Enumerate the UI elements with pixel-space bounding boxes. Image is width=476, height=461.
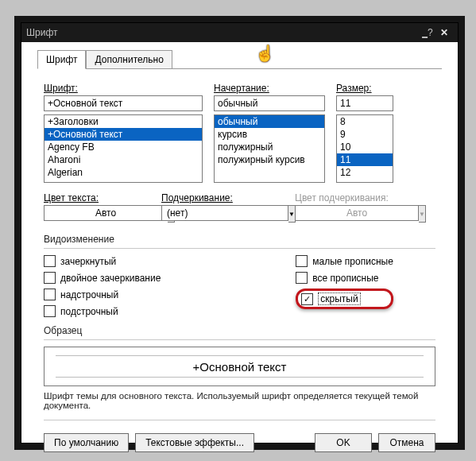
sample-text: +Основной текст <box>193 360 287 374</box>
checkbox-icon: ✓ <box>301 293 313 305</box>
ucolor-value <box>295 205 419 221</box>
underline-value[interactable] <box>161 205 288 221</box>
style-option[interactable]: полужирный <box>215 141 324 153</box>
font-input[interactable] <box>44 95 203 111</box>
size-option[interactable]: 12 <box>337 166 393 179</box>
font-option[interactable]: Algerian <box>45 166 202 179</box>
checkbox-icon <box>44 289 56 300</box>
divider <box>44 420 435 420</box>
guide-line <box>56 355 424 356</box>
font-option[interactable]: Aharoni <box>45 153 202 166</box>
ucolor-label: Цвет подчеркивания: <box>295 192 398 203</box>
size-input[interactable] <box>336 95 393 111</box>
divider <box>44 339 435 340</box>
checkbox-icon <box>296 255 308 267</box>
font-label: Шрифт: <box>44 83 203 94</box>
font-option[interactable]: Agency FB <box>45 141 202 153</box>
check-super[interactable]: надстрочный <box>44 289 161 300</box>
style-label: Начертание: <box>214 83 325 94</box>
default-button[interactable]: По умолчанию <box>44 433 129 452</box>
check-smallcaps[interactable]: малые прописные <box>296 255 393 267</box>
guide-line <box>56 377 424 378</box>
sample-group: Образец +Основной текст Шрифт темы для о… <box>44 325 435 410</box>
effects-legend: Видоизменение <box>44 234 435 245</box>
color-label: Цвет текста: <box>44 192 147 203</box>
size-option[interactable]: 10 <box>337 141 393 153</box>
tab-strip: Шрифт Дополнительно <box>37 50 458 69</box>
style-option[interactable]: курсив <box>215 128 324 141</box>
tab-font[interactable]: Шрифт <box>37 50 86 69</box>
titlebar: Шрифт ‗? ✕ <box>21 23 458 42</box>
underline-combo[interactable]: ▼ <box>161 205 281 223</box>
check-allcaps[interactable]: все прописные <box>296 272 393 284</box>
check-sub[interactable]: подстрочный <box>44 305 161 317</box>
sample-legend: Образец <box>44 325 435 336</box>
ucolor-combo: ▼ <box>295 205 398 223</box>
font-dialog: Шрифт ‗? ✕ ☝ Шрифт Дополнительно Шрифт: … <box>21 22 459 444</box>
style-input[interactable] <box>214 95 325 111</box>
dialog-footer: По умолчанию Текстовые эффекты... OK Отм… <box>21 433 458 461</box>
checkbox-icon <box>296 272 308 284</box>
help-button[interactable]: ‗? <box>420 27 435 38</box>
font-option[interactable]: +Заголовки <box>45 115 202 128</box>
color-combo[interactable]: ▼ <box>44 205 147 223</box>
color-value[interactable] <box>44 205 168 221</box>
style-option[interactable]: полужирный курсив <box>215 153 324 166</box>
cancel-button[interactable]: Отмена <box>378 433 435 452</box>
size-option[interactable]: 9 <box>337 128 393 141</box>
style-option[interactable]: обычный <box>215 115 324 128</box>
font-listbox[interactable]: +Заголовки +Основной текст Agency FB Aha… <box>44 114 203 183</box>
size-listbox[interactable]: 8 9 10 11 12 <box>336 114 393 183</box>
check-hidden[interactable]: ✓скрытый <box>296 289 393 309</box>
tab-divider <box>37 68 442 69</box>
effects-group: Видоизменение зачеркнутый двойное зачерк… <box>44 234 435 317</box>
window-title: Шрифт <box>26 27 420 38</box>
text-effects-button[interactable]: Текстовые эффекты... <box>135 433 254 452</box>
check-strike[interactable]: зачеркнутый <box>44 255 161 267</box>
chevron-down-icon: ▼ <box>419 205 426 223</box>
tab-advanced[interactable]: Дополнительно <box>86 50 172 69</box>
divider <box>44 248 435 249</box>
underline-label: Подчеркивание: <box>161 192 281 203</box>
close-button[interactable]: ✕ <box>435 27 453 38</box>
style-listbox[interactable]: обычный курсив полужирный полужирный кур… <box>214 114 325 183</box>
size-option[interactable]: 8 <box>337 115 393 128</box>
ok-button[interactable]: OK <box>315 433 372 452</box>
size-option[interactable]: 11 <box>337 153 393 166</box>
checkbox-icon <box>44 305 56 317</box>
checkbox-icon <box>44 255 56 267</box>
font-option[interactable]: +Основной текст <box>45 128 202 141</box>
size-label: Размер: <box>336 83 393 94</box>
check-dstrike[interactable]: двойное зачеркивание <box>44 272 161 284</box>
checkbox-icon <box>44 272 56 284</box>
sample-desc: Шрифт темы для основного текста. Использ… <box>44 391 435 410</box>
sample-preview: +Основной текст <box>44 347 435 386</box>
